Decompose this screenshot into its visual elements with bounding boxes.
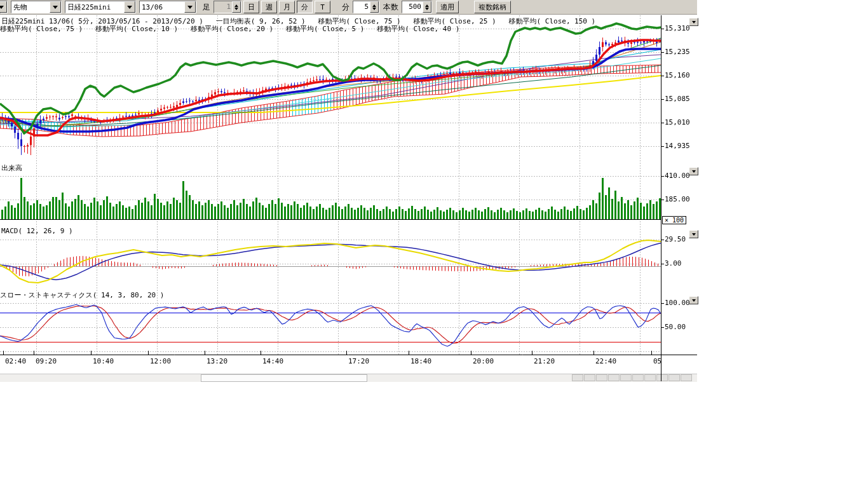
volume-multiplier-badge: × 100 xyxy=(662,216,686,224)
spin-updown-icon[interactable] xyxy=(370,1,379,13)
volume-axis-tick: 410.00 xyxy=(665,172,690,180)
scrollbar-segment[interactable] xyxy=(644,374,656,381)
chevron-down-icon xyxy=(50,1,61,13)
spin-updown-icon[interactable] xyxy=(232,1,241,13)
scrollbar-thumb[interactable] xyxy=(201,374,367,382)
time-axis-tick: 22:40 xyxy=(595,357,616,365)
bars-count-spinbox[interactable]: 500 xyxy=(402,1,432,13)
volume-axis-tick: 185.00 xyxy=(665,195,690,203)
volume-panel-dropdown-button[interactable] xyxy=(689,167,698,175)
chart-canvas[interactable] xyxy=(0,15,697,383)
time-axis-tick: 21:20 xyxy=(534,357,555,365)
scrollbar-segment[interactable] xyxy=(620,374,632,381)
scrollbar-segment[interactable] xyxy=(681,374,692,381)
period-week-button[interactable]: 週 xyxy=(261,1,277,13)
instrument-type-combobox[interactable]: 先物 xyxy=(11,1,62,13)
symbol-combobox[interactable]: 日経225mini xyxy=(65,1,136,13)
time-axis-tick: 12:00 xyxy=(150,357,171,365)
scrollbar-segment[interactable] xyxy=(656,374,668,381)
time-axis-tick: 18:40 xyxy=(410,357,431,365)
bars-count-value: 500 xyxy=(402,1,423,13)
stoch-axis-tick: 100.00 xyxy=(665,299,690,307)
price-axis-tick: 14,935 xyxy=(665,142,690,150)
scrollbar-segment[interactable] xyxy=(608,374,620,381)
stoch-panel-dropdown-button[interactable] xyxy=(689,296,698,304)
scrollbar-segment[interactable] xyxy=(572,374,583,381)
time-axis-tick: 14:40 xyxy=(262,357,283,365)
price-panel-dropdown-button[interactable] xyxy=(689,18,698,26)
time-axis-tick: 09:20 xyxy=(36,357,57,365)
contract-month-value: 13/06 xyxy=(140,3,184,11)
macd-panel-dropdown-button[interactable] xyxy=(689,230,698,238)
bar-interval-spinbox[interactable]: 1 xyxy=(214,1,241,13)
time-axis-tick: 10:40 xyxy=(93,357,114,365)
symbol-value: 日経225mini xyxy=(65,3,124,12)
macd-axis-tick: 3.00 xyxy=(665,259,682,268)
time-axis-tick: 17:20 xyxy=(348,357,369,365)
bars-count-label: 本数 xyxy=(383,2,398,13)
minute-value: 5 xyxy=(353,1,370,13)
bar-type-label: 足 xyxy=(203,2,210,13)
scrollbar-segment[interactable] xyxy=(668,374,680,381)
instrument-type-value: 先物 xyxy=(11,3,50,12)
volume-panel-label: 出来高 xyxy=(1,163,22,173)
chart-title-line2: 移動平均( Close, 75 ) 移動平均( Close, 10 ) 移動平均… xyxy=(0,24,459,34)
chevron-down-icon xyxy=(124,1,135,13)
clipped-combobox[interactable] xyxy=(0,1,8,13)
price-axis-tick: 15,085 xyxy=(665,95,690,103)
time-axis-tick: 02:40 xyxy=(5,357,26,365)
time-axis-tick: 05 xyxy=(653,357,661,365)
period-tick-button[interactable]: T xyxy=(315,1,330,13)
time-axis-tick: 13:20 xyxy=(207,357,227,365)
macd-axis-tick: 29.50 xyxy=(665,235,686,243)
chevron-down-icon xyxy=(184,1,196,13)
macd-panel-label: MACD( 12, 26, 9 ) xyxy=(1,227,73,235)
price-axis-tick: 15,235 xyxy=(665,48,690,56)
period-day-button[interactable]: 日 xyxy=(243,1,259,13)
stoch-axis-tick: 50.00 xyxy=(665,323,686,331)
toolbar: 先物 日経225mini 13/06 足 1 日 週 月 分 T 分 5 本数 … xyxy=(0,0,697,15)
chevron-down-icon xyxy=(0,1,7,13)
time-axis-tick: 20:00 xyxy=(473,357,494,365)
price-axis-tick: 15,010 xyxy=(665,118,690,126)
scrollbar-segment[interactable] xyxy=(584,374,595,381)
scrollbar-segment[interactable] xyxy=(596,374,607,381)
bar-interval-value: 1 xyxy=(214,1,232,13)
multi-symbol-button[interactable]: 複数銘柄 xyxy=(474,1,511,13)
price-axis-tick: 15,310 xyxy=(665,24,690,32)
contract-month-combobox[interactable]: 13/06 xyxy=(139,1,196,13)
price-axis-tick: 15,160 xyxy=(665,71,690,79)
scrollbar-segment[interactable] xyxy=(632,374,644,381)
stochastics-panel-label: スロー・ストキャスティクス( 14, 3, 80, 20 ) xyxy=(0,290,164,300)
apply-button[interactable]: 適用 xyxy=(436,1,459,13)
period-month-button[interactable]: 月 xyxy=(279,1,295,13)
spin-updown-icon[interactable] xyxy=(423,1,431,13)
period-minute-button[interactable]: 分 xyxy=(297,1,313,13)
minute-label: 分 xyxy=(342,2,349,13)
minute-spinbox[interactable]: 5 xyxy=(353,1,379,13)
